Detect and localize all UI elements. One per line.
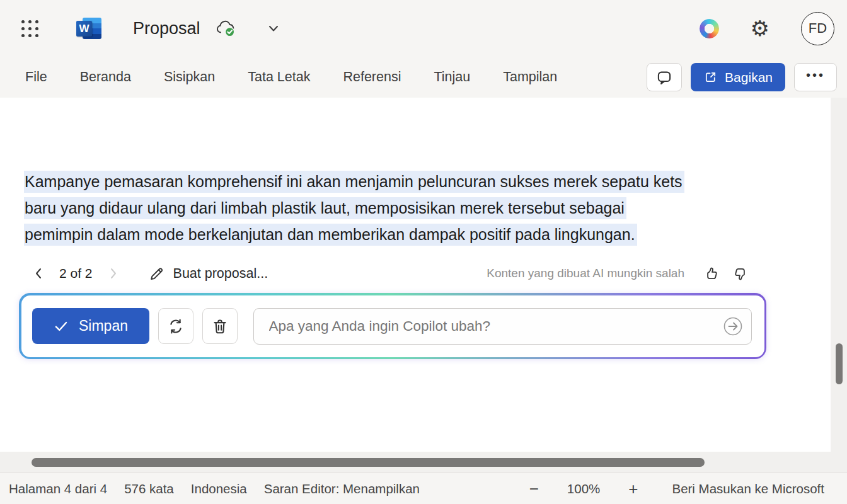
- feedback-group: Konten yang dibuat AI mungkin salah: [487, 263, 751, 284]
- save-button[interactable]: Simpan: [32, 308, 149, 344]
- document-canvas: Kampanye pemasaran komprehensif ini akan…: [0, 98, 831, 452]
- horizontal-scrollbar-thumb[interactable]: [32, 458, 705, 467]
- vertical-scrollbar-track[interactable]: [831, 98, 847, 452]
- language-indicator[interactable]: Indonesia: [191, 481, 247, 496]
- save-button-label: Simpan: [79, 318, 128, 335]
- previous-suggestion-button[interactable]: [29, 263, 49, 284]
- status-bar: Halaman 4 dari 4 576 kata Indonesia Sara…: [0, 472, 847, 504]
- thumbs-up-button[interactable]: [701, 263, 722, 284]
- title-bar: W Proposal ⚙ FD: [0, 0, 847, 57]
- next-suggestion-button[interactable]: [103, 263, 123, 284]
- ribbon-tabs: File Beranda Sisipkan Tata Letak Referen…: [9, 64, 573, 91]
- zoom-out-button[interactable]: −: [529, 481, 539, 497]
- thumbs-down-button[interactable]: [730, 263, 751, 284]
- thumbs-up-icon: [703, 265, 720, 282]
- zoom-level[interactable]: 100%: [567, 481, 600, 496]
- document-paragraph[interactable]: Kampanye pemasaran komprehensif ini akan…: [24, 168, 684, 248]
- comment-bubble-icon: [655, 69, 673, 86]
- prompt-label: Buat proposal...: [173, 266, 268, 282]
- text-line: Kampanye pemasaran komprehensif ini akan…: [24, 168, 684, 195]
- tab-beranda[interactable]: Beranda: [64, 64, 147, 91]
- more-options-button[interactable]: •••: [794, 63, 837, 91]
- copilot-icon[interactable]: [700, 19, 719, 38]
- app-launcher-icon[interactable]: [19, 18, 41, 40]
- edit-prompt-button[interactable]: Buat proposal...: [148, 265, 268, 282]
- chevron-left-icon: [32, 266, 47, 281]
- chevron-right-icon: [105, 266, 120, 281]
- title-dropdown-chevron-icon[interactable]: [262, 18, 285, 39]
- tab-file[interactable]: File: [9, 64, 64, 91]
- statusbar-left-group: Halaman 4 dari 4 576 kata Indonesia Sara…: [9, 481, 420, 496]
- regenerate-button[interactable]: [158, 308, 193, 344]
- page-count[interactable]: Halaman 4 dari 4: [9, 481, 107, 496]
- copilot-suggestion-nav: 2 of 2 Buat proposal... Konten yang dibu…: [29, 259, 751, 288]
- tab-tata-letak[interactable]: Tata Letak: [231, 64, 326, 91]
- text-line: baru yang didaur ulang dari limbah plast…: [24, 195, 684, 221]
- zoom-controls: − 100% +: [529, 481, 638, 497]
- cloud-saved-icon[interactable]: [214, 19, 237, 38]
- tab-referensi[interactable]: Referensi: [326, 64, 417, 91]
- zoom-in-button[interactable]: +: [628, 481, 638, 497]
- send-arrow-icon: [720, 314, 746, 339]
- document-title[interactable]: Proposal: [133, 19, 200, 38]
- suggestion-pagination: 2 of 2: [59, 266, 93, 281]
- ai-disclaimer: Konten yang dibuat AI mungkin salah: [487, 266, 684, 280]
- send-button[interactable]: [720, 314, 746, 339]
- settings-gear-icon[interactable]: ⚙: [751, 18, 769, 39]
- checkmark-icon: [53, 318, 69, 335]
- menubar-right-group: Bagikan •••: [647, 63, 837, 91]
- tab-sisipkan[interactable]: Sisipkan: [147, 64, 231, 91]
- word-count[interactable]: 576 kata: [124, 481, 174, 496]
- tab-tinjau[interactable]: Tinjau: [417, 64, 487, 91]
- copilot-prompt-input[interactable]: [253, 308, 752, 345]
- thumbs-down-icon: [732, 265, 749, 282]
- tab-tampilan[interactable]: Tampilan: [487, 64, 573, 91]
- pencil-icon: [148, 265, 165, 282]
- copilot-prompt-field: [253, 308, 752, 345]
- discard-button[interactable]: [202, 308, 238, 344]
- ribbon-menu-bar: File Beranda Sisipkan Tata Letak Referen…: [0, 57, 847, 98]
- feedback-link[interactable]: Beri Masukan ke Microsoft: [672, 481, 824, 496]
- editor-suggestions[interactable]: Saran Editor: Menampilkan: [264, 481, 420, 496]
- ellipsis-icon: •••: [806, 68, 825, 83]
- titlebar-right-group: ⚙ FD: [700, 12, 834, 45]
- text-line: pemimpin dalam mode berkelanjutan dan me…: [24, 221, 684, 248]
- trash-icon: [210, 317, 229, 336]
- word-logo-icon: W: [76, 16, 101, 41]
- share-icon: [703, 70, 718, 84]
- copilot-action-bar: Simpan: [19, 293, 766, 359]
- comments-button[interactable]: [647, 63, 682, 91]
- share-button-label: Bagikan: [725, 70, 773, 85]
- share-button[interactable]: Bagikan: [691, 63, 785, 91]
- vertical-scrollbar-thumb[interactable]: [836, 343, 843, 384]
- avatar[interactable]: FD: [801, 12, 834, 45]
- refresh-icon: [166, 317, 185, 336]
- horizontal-scrollbar-track[interactable]: [0, 452, 847, 472]
